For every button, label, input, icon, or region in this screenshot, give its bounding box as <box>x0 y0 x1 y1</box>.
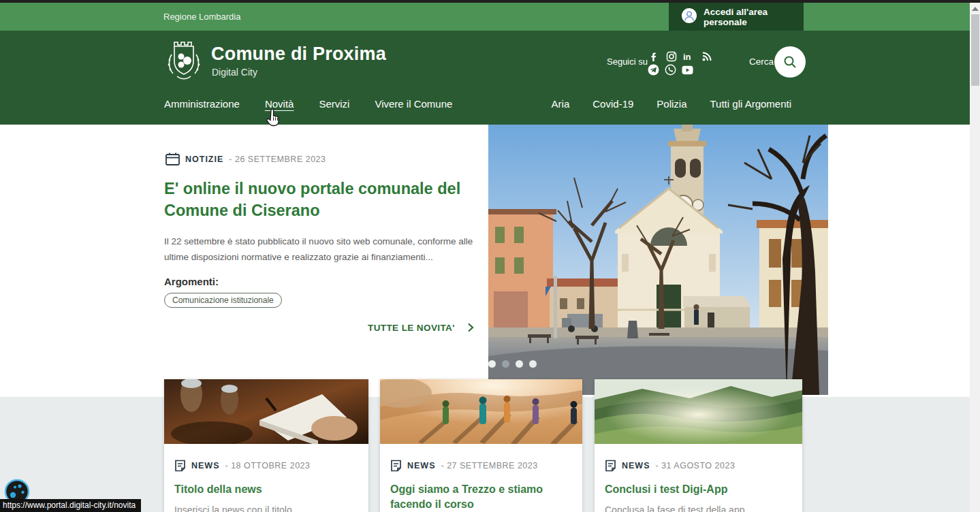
carousel-dot-1[interactable] <box>488 360 496 368</box>
nav-amministrazione[interactable]: Amministrazione <box>164 93 240 115</box>
login-button[interactable]: Accedi all'area personale <box>669 3 804 31</box>
card-meta: NEWS - 31 AGOSTO 2023 <box>605 460 792 472</box>
login-label: Accedi all'area personale <box>704 7 804 27</box>
card-label[interactable]: NEWS <box>191 461 220 470</box>
user-icon <box>681 7 697 27</box>
carousel-dot-4[interactable] <box>529 360 537 368</box>
whatsapp-icon[interactable] <box>665 64 676 76</box>
all-news-label: TUTTE LE NOVITA' <box>368 323 455 333</box>
search-button[interactable] <box>774 46 806 78</box>
mouse-cursor-icon <box>266 109 281 131</box>
site-title[interactable]: Comune di Proxima <box>211 44 386 65</box>
news-card[interactable]: NEWS - 27 SETTEMBRE 2023 Oggi siamo a Tr… <box>380 379 582 512</box>
youtube-icon[interactable] <box>682 64 693 76</box>
card-meta: NEWS - 18 OTTOBRE 2023 <box>174 460 358 472</box>
card-date: - 27 SETTEMBRE 2023 <box>441 461 538 470</box>
status-url-bar: https://www.portal.digital-city.it/novit… <box>0 499 141 512</box>
hero-summary: Il 22 settembre è stato pubblicato il nu… <box>164 234 474 265</box>
scrollbar-thumb[interactable] <box>971 14 979 86</box>
telegram-icon[interactable] <box>648 64 659 76</box>
site-header: Comune di Proxima Digital City Seguici s… <box>0 31 970 125</box>
carousel-dot-3[interactable] <box>516 360 523 368</box>
site-subtitle: Digital City <box>212 67 257 78</box>
topic-tag-chip[interactable]: Comunicazione istituzionale <box>164 293 282 308</box>
card-title[interactable]: Titolo della news <box>174 482 358 497</box>
rss-icon[interactable] <box>701 50 712 62</box>
card-title[interactable]: Oggi siamo a Trezzo e stiamo facendo il … <box>390 482 572 512</box>
facebook-icon[interactable] <box>648 50 659 62</box>
news-card-image-figurines <box>380 379 582 444</box>
social-icons-row1: in <box>648 50 712 62</box>
carousel-dots <box>488 360 537 368</box>
card-title[interactable]: Conclusi i test Digi-App <box>605 482 792 497</box>
browser-top-strip <box>0 0 980 3</box>
hero-category-label[interactable]: NOTIZIE <box>185 155 223 164</box>
news-doc-icon <box>390 460 402 472</box>
hero-section: NOTIZIE - 26 SETTEMBRE 2023 E' online il… <box>0 125 970 397</box>
hero-title[interactable]: E' online il nuovo portale comunale del … <box>164 178 483 221</box>
nav-tutti-argomenti[interactable]: Tutti gli Argomenti <box>710 93 792 115</box>
carousel-dot-2-active[interactable] <box>502 360 509 368</box>
nav-covid19[interactable]: Covid-19 <box>592 93 633 115</box>
svg-text:in: in <box>683 52 691 62</box>
social-icons-row2 <box>648 64 693 76</box>
secondary-nav: Aria Covid-19 Polizia Tutti gli Argoment… <box>552 93 791 115</box>
news-card[interactable]: NEWS - 31 AGOSTO 2023 Conclusi i test Di… <box>595 379 802 512</box>
nav-servizi[interactable]: Servizi <box>319 93 349 115</box>
news-card[interactable]: NEWS - 18 OTTOBRE 2023 Titolo della news… <box>164 379 368 512</box>
hero-carousel-image[interactable] <box>488 125 828 395</box>
hero-date: - 26 SETTEMBRE 2023 <box>229 155 326 164</box>
card-date: - 18 OTTOBRE 2023 <box>225 461 311 470</box>
card-date: - 31 AGOSTO 2023 <box>656 461 736 470</box>
chevron-right-icon <box>467 323 474 332</box>
topbar: Regione Lombardia Accedi all'area person… <box>0 3 970 31</box>
card-summary: Inserisci la news con il titolo... <box>174 503 358 512</box>
instagram-icon[interactable] <box>665 50 677 62</box>
calendar-icon <box>165 153 180 165</box>
scrollbar-up-arrow-icon[interactable] <box>972 7 979 11</box>
nav-vivere-il-comune[interactable]: Vivere il Comune <box>375 93 452 115</box>
card-summary: Conclusa la fase di test della app... <box>605 503 792 512</box>
search-label: Cerca <box>749 57 774 67</box>
news-card-image-mountains <box>595 379 802 444</box>
news-card-image-signing <box>164 379 368 444</box>
nav-aria[interactable]: Aria <box>552 93 570 115</box>
card-label[interactable]: NEWS <box>622 461 650 470</box>
card-meta: NEWS - 27 SETTEMBRE 2023 <box>390 460 572 472</box>
news-doc-icon <box>605 460 616 472</box>
search-icon <box>783 55 797 69</box>
hero-meta: NOTIZIE - 26 SETTEMBRE 2023 <box>165 153 326 165</box>
region-label: Regione Lombardia <box>163 3 240 31</box>
news-doc-icon <box>174 460 186 472</box>
linkedin-icon[interactable]: in <box>683 50 695 62</box>
scrollbar[interactable] <box>970 3 980 512</box>
follow-label: Seguici su <box>607 57 648 67</box>
card-label[interactable]: NEWS <box>407 461 436 470</box>
page: Regione Lombardia Accedi all'area person… <box>0 0 980 512</box>
comune-crest-logo[interactable] <box>165 39 203 87</box>
nav-polizia[interactable]: Polizia <box>657 93 686 115</box>
topics-label: Argomenti: <box>164 276 219 287</box>
primary-nav: Amministrazione Novità Servizi Vivere il… <box>164 93 452 115</box>
all-news-link[interactable]: TUTTE LE NOVITA' <box>164 323 474 333</box>
